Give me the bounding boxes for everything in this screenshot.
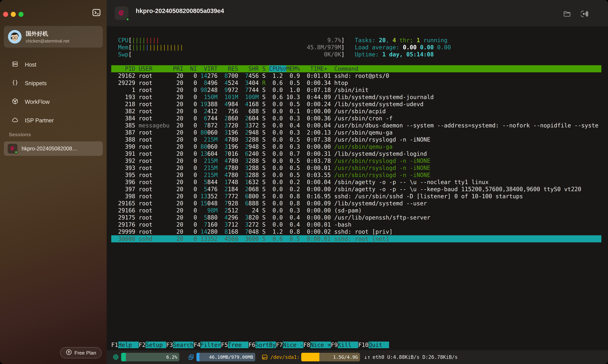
process-row[interactable]: 29229 root 20 0 8496 4524 3404 R 0.6 0.5…	[111, 79, 348, 87]
cpu-meter-line: CPU[|||||||| 9.7%] Tasks: 20, 4 thr; 1 r…	[111, 37, 447, 44]
session-status-dot	[14, 151, 18, 154]
process-row[interactable]: 382 root 20 0 2412 756 688 S 0.0 0.1 0:0…	[111, 108, 386, 115]
process-row[interactable]: 393 root 20 0 215M 4780 3288 S 0.0 0.5 0…	[111, 164, 430, 171]
process-row[interactable]: 1 root 20 0 98248 9972 7744 S 0.0 1.0 0:…	[111, 87, 368, 94]
process-row[interactable]: 29166 root 20 0 98M 2512 24 S 0.0 0.3 0:…	[111, 207, 362, 214]
swp-meter-line: Swp[ 0K/0K] Uptime: 1 day, 05:14:08	[111, 51, 434, 58]
cpu-usage-value: 6.2%	[166, 353, 177, 361]
profile-card[interactable]: 国外好机 chicken@aterminal.net	[4, 26, 103, 48]
session-label: hkpro-202405082008…	[22, 145, 77, 152]
sidebar-item-isp-partner[interactable]: ISP Partner	[0, 114, 107, 127]
disk-usage-value: 1.5G/4.9G	[333, 353, 358, 361]
session-item-hkpro[interactable]: hkpro-202405082008…	[4, 142, 103, 156]
braces-icon	[12, 79, 19, 88]
terminal-icon	[92, 15, 101, 18]
cpu-chip-icon	[112, 353, 119, 361]
process-row[interactable]: 388 root 20 0 215M 4780 3288 S 0.0 0.5 0…	[111, 136, 430, 143]
terminal-screen[interactable]: CPU[|||||||| 9.7%] Tasks: 20, 4 thr; 1 r…	[107, 26, 608, 350]
session-title: hkpro-20240508200805a039e4	[136, 7, 224, 14]
profile-name: 国外好机	[26, 30, 69, 38]
process-table-header[interactable]: PID USER PRI NI VIRT RES SHR S CPU%▽MEM%…	[111, 65, 601, 72]
process-row[interactable]: 396 root 20 0 5844 1748 1632 S 0.0 0.2 0…	[111, 179, 489, 186]
sidebar-item-workflow[interactable]: WorkFlow	[0, 95, 107, 108]
upgrade-icon	[66, 349, 72, 357]
cpu-usage-bar: 6.2%	[121, 353, 179, 361]
memory-usage-bar: 46.10MB/979.00MB	[196, 353, 255, 361]
process-row[interactable]: 384 root 20 0 6744 2860 2604 S 0.0 0.3 0…	[111, 115, 393, 122]
process-row[interactable]: 29165 root 20 0 15048 7928 6888 S 0.0 0.…	[111, 200, 427, 207]
function-key-bar[interactable]: F1Help F2Setup F3SearchF4FilterF5Tree F6…	[111, 341, 389, 349]
process-row[interactable]: 29175 root 20 0 5880 4296 3820 S 0.0 0.4…	[111, 214, 430, 221]
sessions-header: Sessions	[9, 132, 31, 137]
app-window: 国外好机 chicken@aterminal.net Host Snippets	[0, 0, 608, 364]
collapse-panel-button[interactable]	[581, 10, 589, 18]
avatar	[8, 30, 22, 44]
mem-meter-line: Mem[||||||||||||||| 45.8M/979M] Load ave…	[111, 44, 451, 51]
terminal-titlebar: hkpro-20240508200805a039e4	[107, 0, 608, 26]
close-button[interactable]	[3, 12, 8, 17]
sidebar: 国外好机 chicken@aterminal.net Host Snippets	[0, 0, 107, 364]
sidebar-item-label: Host	[25, 62, 36, 68]
upgrade-plan-button[interactable]: Free Plan	[60, 347, 102, 358]
new-terminal-button[interactable]	[92, 8, 101, 17]
sftp-files-button[interactable]	[563, 10, 571, 18]
plan-button-label: Free Plan	[74, 350, 96, 356]
connection-status-dot	[126, 18, 129, 21]
cloud-icon	[12, 116, 19, 125]
network-speed-value: eth0 U:4.88KiB/s D:26.78KiB/s	[373, 354, 458, 360]
main-panel: hkpro-20240508200805a039e4	[107, 0, 608, 364]
process-row[interactable]: 193 root 20 0 150M 101M 100M S 0.6 10.3 …	[111, 94, 434, 101]
process-row[interactable]: 395 root 20 0 215M 4780 3288 S 0.0 0.5 0…	[111, 171, 430, 179]
process-row[interactable]: 387 root 20 0 80060 3196 2948 S 0.0 0.3 …	[111, 129, 393, 136]
process-row[interactable]: 29162 root 20 0 14276 8700 7456 S 1.2 0.…	[111, 72, 389, 79]
profile-email: chicken@aterminal.net	[26, 39, 69, 44]
zoom-button[interactable]	[18, 12, 24, 17]
server-icon	[12, 61, 19, 69]
process-row[interactable]: 385 messagebu 20 0 7872 3720 3372 S 0.0 …	[111, 122, 598, 129]
process-row[interactable]: 398 root 20 0 13352 7772 6800 S 0.0 0.8 …	[111, 193, 523, 200]
folder-icon	[563, 16, 571, 18]
sidebar-item-label: Snippets	[25, 80, 47, 87]
sidebar-item-label: WorkFlow	[25, 99, 50, 105]
process-row[interactable]: 218 root 20 0 19388 4984 4168 S 0.0 0.5 …	[111, 101, 423, 108]
process-row[interactable]: 391 root 20 0 13604 7016 6240 S 0.0 0.7 …	[111, 150, 427, 157]
process-row[interactable]: 30000 sshd 20 0 13352 4560 3600 S 0.6 0.…	[111, 235, 601, 242]
sidebar-item-snippets[interactable]: Snippets	[0, 77, 107, 90]
cube-icon	[12, 98, 19, 106]
process-row[interactable]: 392 root 20 0 215M 4780 3288 S 0.0 0.5 0…	[111, 157, 430, 164]
disk-usage-bar: 1.5G/4.9G	[301, 353, 360, 361]
sidebar-item-label: ISP Partner	[25, 117, 54, 124]
memory-usage-value: 46.10MB/979.00MB	[209, 353, 253, 361]
window-controls	[3, 12, 24, 17]
host-status-bar: 6.2% 46.10MB/979.00MB /dev/sda1:	[107, 350, 608, 364]
minimize-button[interactable]	[11, 12, 16, 17]
process-row[interactable]: 390 root 20 0 80060 3196 2948 S 0.0 0.3 …	[111, 143, 393, 150]
updown-arrows-icon: ↓↑	[364, 354, 370, 360]
process-row[interactable]: 397 root 20 0 5476 2184 2068 S 0.0 0.2 0…	[111, 186, 581, 193]
sidebar-item-host[interactable]: Host	[0, 58, 107, 71]
process-row[interactable]: 29176 root 20 0 7160 3712 3272 S 0.0 0.4…	[111, 221, 351, 228]
memory-icon	[188, 353, 195, 361]
disk-device-label: /dev/sda1:	[270, 354, 300, 360]
collapse-sidebar-icon	[581, 16, 589, 18]
debian-icon	[115, 6, 128, 20]
process-row[interactable]: 29999 root 20 0 14280 8168 7048 S 1.2 0.…	[111, 228, 393, 235]
disk-icon	[261, 353, 268, 361]
